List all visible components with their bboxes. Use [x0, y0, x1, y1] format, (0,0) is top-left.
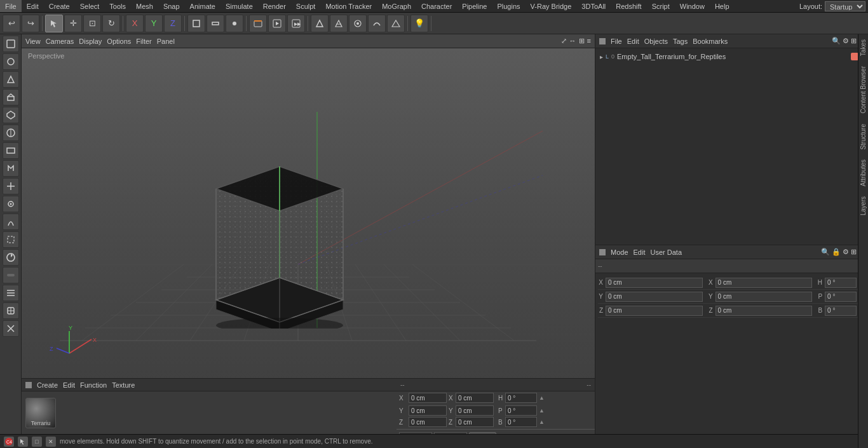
vp-options-btn[interactable]: Options — [107, 37, 131, 45]
coord-b-field[interactable] — [505, 417, 537, 427]
render-region-button[interactable] — [249, 15, 267, 32]
menu-animate[interactable]: Animate — [185, 0, 220, 12]
tab-content-browser[interactable]: Content Browser — [858, 61, 868, 118]
vp-icon-2[interactable]: ↔ — [569, 37, 576, 45]
attr-search-icon[interactable]: 🔍 — [821, 248, 830, 256]
coord-z-field[interactable] — [409, 417, 447, 427]
vertex-button[interactable] — [330, 15, 348, 32]
attr-h-angle[interactable] — [825, 278, 857, 288]
menu-mesh[interactable]: Mesh — [131, 0, 158, 12]
sidebar-btn-17[interactable] — [3, 320, 19, 337]
vp-icon-1[interactable]: ⤢ — [561, 37, 567, 45]
sidebar-btn-9[interactable] — [3, 178, 19, 194]
obj-edit-btn[interactable]: Edit — [627, 37, 639, 45]
render-button[interactable] — [268, 15, 286, 32]
material-thumbnail[interactable]: Terrariu — [25, 398, 56, 428]
edge-button[interactable] — [207, 15, 224, 32]
menu-file[interactable]: File — [0, 0, 22, 12]
coord-y-field[interactable] — [409, 405, 447, 416]
attr-x-pos2[interactable] — [715, 278, 813, 288]
attr-p-angle[interactable] — [825, 292, 857, 302]
menu-help[interactable]: Help — [710, 0, 735, 12]
menu-snap[interactable]: Snap — [158, 0, 185, 12]
coord-x2-field[interactable] — [456, 393, 494, 403]
attr-z-pos2[interactable] — [715, 306, 813, 316]
tab-takes[interactable]: Takes — [858, 34, 868, 61]
sidebar-btn-14[interactable] — [3, 267, 19, 283]
vp-view-btn[interactable]: View — [25, 37, 41, 45]
attr-maximize-icon[interactable]: ⊞ — [851, 248, 857, 256]
undo-button[interactable]: ↩ — [3, 15, 20, 32]
menu-edit[interactable]: Edit — [22, 0, 44, 12]
mat-edit-btn[interactable]: Edit — [63, 381, 75, 389]
attr-x-pos[interactable] — [606, 278, 703, 288]
menu-window[interactable]: Window — [675, 0, 710, 12]
triangle-btn[interactable] — [387, 15, 405, 32]
tab-structure[interactable]: Structure — [858, 119, 868, 155]
viewport-3d[interactable]: Perspective — [22, 48, 595, 414]
menu-character[interactable]: Character — [416, 0, 457, 12]
menu-tools[interactable]: Tools — [104, 0, 131, 12]
obj-search-icon[interactable]: 🔍 — [832, 37, 841, 45]
menu-motion-tracker[interactable]: Motion Tracker — [320, 0, 377, 12]
polygon-button[interactable] — [187, 15, 205, 32]
coord-y2-field[interactable] — [456, 405, 494, 416]
mat-function-btn[interactable]: Function — [80, 381, 107, 389]
attr-lock-icon[interactable]: 🔒 — [832, 248, 841, 256]
coord-z2-field[interactable] — [456, 417, 494, 427]
menu-3dtoall[interactable]: 3DToAll — [576, 0, 611, 12]
menu-script[interactable]: Script — [647, 0, 675, 12]
move-tool-button[interactable]: ✛ — [64, 15, 82, 32]
layout-select[interactable]: Startup — [825, 1, 865, 11]
smooth-button[interactable] — [368, 15, 386, 32]
menu-select[interactable]: Select — [75, 0, 105, 12]
light-button[interactable]: 💡 — [410, 15, 428, 32]
sidebar-btn-2[interactable] — [3, 53, 19, 70]
menu-plugins[interactable]: Plugins — [492, 0, 525, 12]
vp-icon-4[interactable]: ≡ — [587, 37, 591, 45]
obj-file-btn[interactable]: File — [611, 37, 622, 45]
tab-attributes[interactable]: Attributes — [858, 154, 868, 191]
sidebar-btn-10[interactable] — [3, 196, 19, 212]
attr-y-pos2[interactable] — [715, 292, 813, 302]
menu-vray[interactable]: V-Ray Bridge — [526, 0, 577, 12]
sidebar-btn-12[interactable] — [3, 231, 19, 248]
y-axis-button[interactable]: Y — [145, 15, 163, 32]
mat-texture-btn[interactable]: Texture — [112, 381, 135, 389]
vp-display-btn[interactable]: Display — [79, 37, 102, 45]
sidebar-btn-11[interactable] — [3, 214, 19, 230]
obj-tags-btn[interactable]: Tags — [673, 37, 688, 45]
attr-userdata-btn[interactable]: User Data — [651, 248, 682, 256]
object-row[interactable]: ▸ L 0 Empty_Tall_Terrarium_for_Reptiles — [597, 50, 866, 63]
sidebar-btn-3[interactable] — [3, 71, 19, 88]
sidebar-btn-4[interactable] — [3, 89, 19, 105]
vp-icon-3[interactable]: ⊞ — [579, 37, 585, 45]
coord-x-field[interactable] — [409, 393, 447, 403]
close-icon[interactable]: ✕ — [46, 437, 56, 447]
menu-mograph[interactable]: MoGraph — [377, 0, 416, 12]
attr-z-pos[interactable] — [606, 306, 703, 316]
x-axis-button[interactable]: X — [126, 15, 144, 32]
attr-edit-btn[interactable]: Edit — [634, 248, 646, 256]
sidebar-btn-8[interactable] — [3, 160, 19, 177]
sidebar-btn-16[interactable] — [3, 302, 19, 319]
redo-button[interactable]: ↪ — [22, 15, 39, 32]
sidebar-btn-7[interactable] — [3, 142, 19, 159]
sidebar-btn-5[interactable] — [3, 107, 19, 123]
menu-redshift[interactable]: Redshift — [611, 0, 646, 12]
menu-pipeline[interactable]: Pipeline — [457, 0, 492, 12]
vp-cameras-btn[interactable]: Cameras — [46, 37, 74, 45]
menu-sculpt[interactable]: Sculpt — [291, 0, 321, 12]
render-settings-button[interactable]: ▶▶ — [287, 15, 305, 32]
vp-filter-btn[interactable]: Filter — [136, 37, 151, 45]
coord-p-field[interactable] — [505, 405, 537, 416]
sidebar-btn-15[interactable] — [3, 285, 19, 301]
menu-render[interactable]: Render — [258, 0, 291, 12]
mat-create-btn[interactable]: Create — [37, 381, 58, 389]
coord-h-field[interactable] — [505, 393, 537, 403]
menu-create[interactable]: Create — [44, 0, 75, 12]
rotate-tool-button[interactable]: ↻ — [102, 15, 120, 32]
obj-maximize-icon[interactable]: ⊞ — [851, 37, 857, 45]
tab-layers[interactable]: Layers — [858, 191, 868, 221]
select-tool-button[interactable] — [45, 15, 63, 32]
